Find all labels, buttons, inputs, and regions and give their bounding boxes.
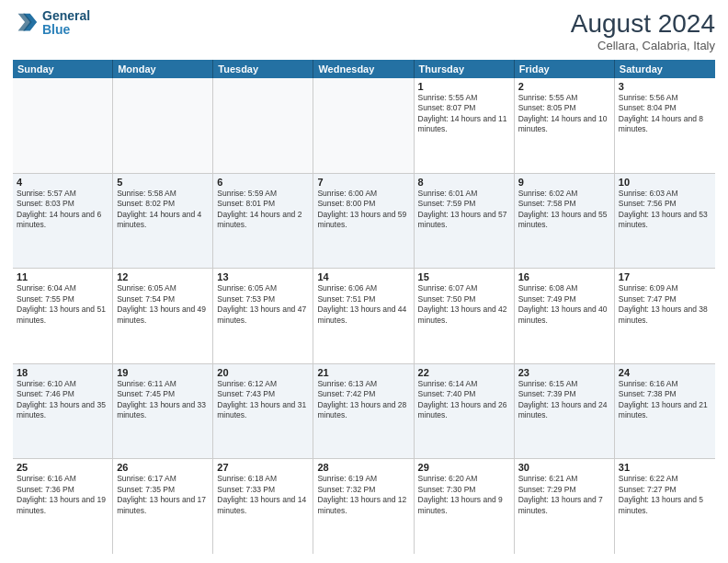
calendar-cell: 13Sunrise: 6:05 AM Sunset: 7:53 PM Dayli… <box>213 269 313 363</box>
calendar-cell: 29Sunrise: 6:20 AM Sunset: 7:30 PM Dayli… <box>415 459 515 554</box>
calendar-cell: 14Sunrise: 6:06 AM Sunset: 7:51 PM Dayli… <box>313 269 414 363</box>
calendar-cell: 17Sunrise: 6:09 AM Sunset: 7:47 PM Dayli… <box>615 269 715 363</box>
logo: General Blue <box>13 9 90 38</box>
logo-line1: General <box>42 9 90 23</box>
calendar-cell: 28Sunrise: 6:19 AM Sunset: 7:32 PM Dayli… <box>313 459 414 554</box>
calendar-week-4: 18Sunrise: 6:10 AM Sunset: 7:46 PM Dayli… <box>13 364 715 460</box>
calendar-cell: 4Sunrise: 5:57 AM Sunset: 8:03 PM Daylig… <box>13 174 113 269</box>
logo-icon <box>13 10 39 36</box>
day-number: 31 <box>619 462 711 473</box>
header-day-thursday: Thursday <box>415 60 515 78</box>
day-info: Sunrise: 6:20 AM Sunset: 7:30 PM Dayligh… <box>418 474 510 516</box>
day-info: Sunrise: 6:03 AM Sunset: 7:56 PM Dayligh… <box>619 189 711 231</box>
day-number: 7 <box>317 177 409 188</box>
day-info: Sunrise: 6:01 AM Sunset: 7:59 PM Dayligh… <box>418 189 510 231</box>
header: General Blue August 2024 Cellara, Calabr… <box>13 9 715 52</box>
calendar-cell: 21Sunrise: 6:13 AM Sunset: 7:42 PM Dayli… <box>313 364 414 459</box>
day-number: 16 <box>518 271 610 282</box>
calendar-cell: 19Sunrise: 6:11 AM Sunset: 7:45 PM Dayli… <box>113 364 213 459</box>
day-number: 3 <box>619 81 711 92</box>
calendar-cell: 23Sunrise: 6:15 AM Sunset: 7:39 PM Dayli… <box>515 364 615 459</box>
calendar-cell: 8Sunrise: 6:01 AM Sunset: 7:59 PM Daylig… <box>415 174 515 269</box>
day-info: Sunrise: 6:05 AM Sunset: 7:54 PM Dayligh… <box>117 283 209 326</box>
day-info: Sunrise: 5:59 AM Sunset: 8:01 PM Dayligh… <box>217 189 309 231</box>
day-info: Sunrise: 6:10 AM Sunset: 7:46 PM Dayligh… <box>17 379 108 421</box>
day-info: Sunrise: 5:57 AM Sunset: 8:03 PM Dayligh… <box>17 189 108 231</box>
calendar-cell: 22Sunrise: 6:14 AM Sunset: 7:40 PM Dayli… <box>415 364 515 459</box>
day-info: Sunrise: 6:14 AM Sunset: 7:40 PM Dayligh… <box>418 379 510 421</box>
day-info: Sunrise: 6:07 AM Sunset: 7:50 PM Dayligh… <box>418 283 510 326</box>
day-info: Sunrise: 6:12 AM Sunset: 7:43 PM Dayligh… <box>217 379 309 421</box>
day-number: 22 <box>418 367 510 378</box>
day-info: Sunrise: 6:05 AM Sunset: 7:53 PM Dayligh… <box>217 283 309 326</box>
day-number: 1 <box>418 81 510 92</box>
calendar-cell: 20Sunrise: 6:12 AM Sunset: 7:43 PM Dayli… <box>213 364 313 459</box>
day-info: Sunrise: 6:02 AM Sunset: 7:58 PM Dayligh… <box>518 189 610 231</box>
day-info: Sunrise: 6:22 AM Sunset: 7:27 PM Dayligh… <box>619 474 711 516</box>
day-info: Sunrise: 6:06 AM Sunset: 7:51 PM Dayligh… <box>317 283 409 326</box>
day-info: Sunrise: 6:04 AM Sunset: 7:55 PM Dayligh… <box>17 283 108 326</box>
header-day-sunday: Sunday <box>13 60 113 78</box>
day-info: Sunrise: 6:11 AM Sunset: 7:45 PM Dayligh… <box>117 379 209 421</box>
day-number: 9 <box>518 177 610 188</box>
day-info: Sunrise: 6:17 AM Sunset: 7:35 PM Dayligh… <box>117 474 209 516</box>
day-info: Sunrise: 6:08 AM Sunset: 7:49 PM Dayligh… <box>518 283 610 326</box>
calendar-cell: 30Sunrise: 6:21 AM Sunset: 7:29 PM Dayli… <box>515 459 615 554</box>
calendar-cell: 24Sunrise: 6:16 AM Sunset: 7:38 PM Dayli… <box>615 364 715 459</box>
day-number: 24 <box>619 367 711 378</box>
day-number: 10 <box>619 177 711 188</box>
header-day-wednesday: Wednesday <box>313 60 414 78</box>
calendar-cell <box>313 78 414 173</box>
header-day-tuesday: Tuesday <box>213 60 313 78</box>
day-number: 13 <box>217 271 309 282</box>
day-number: 5 <box>117 177 209 188</box>
day-info: Sunrise: 5:55 AM Sunset: 8:05 PM Dayligh… <box>518 93 610 135</box>
day-info: Sunrise: 6:16 AM Sunset: 7:36 PM Dayligh… <box>17 474 108 516</box>
day-info: Sunrise: 6:18 AM Sunset: 7:33 PM Dayligh… <box>217 474 309 516</box>
day-number: 30 <box>518 462 610 473</box>
calendar-cell: 6Sunrise: 5:59 AM Sunset: 8:01 PM Daylig… <box>213 174 313 269</box>
calendar-cell: 26Sunrise: 6:17 AM Sunset: 7:35 PM Dayli… <box>113 459 213 554</box>
calendar-cell: 9Sunrise: 6:02 AM Sunset: 7:58 PM Daylig… <box>515 174 615 269</box>
calendar-cell: 10Sunrise: 6:03 AM Sunset: 7:56 PM Dayli… <box>615 174 715 269</box>
month-title: August 2024 <box>571 9 715 39</box>
calendar-cell <box>13 78 113 173</box>
day-info: Sunrise: 6:16 AM Sunset: 7:38 PM Dayligh… <box>619 379 711 421</box>
day-number: 2 <box>518 81 610 92</box>
day-info: Sunrise: 6:21 AM Sunset: 7:29 PM Dayligh… <box>518 474 610 516</box>
day-info: Sunrise: 5:55 AM Sunset: 8:07 PM Dayligh… <box>418 93 510 135</box>
header-day-saturday: Saturday <box>615 60 715 78</box>
day-number: 28 <box>317 462 409 473</box>
logo-line2: Blue <box>42 23 90 37</box>
day-number: 14 <box>317 271 409 282</box>
calendar-week-5: 25Sunrise: 6:16 AM Sunset: 7:36 PM Dayli… <box>13 459 715 554</box>
calendar-cell: 15Sunrise: 6:07 AM Sunset: 7:50 PM Dayli… <box>415 269 515 363</box>
day-info: Sunrise: 6:00 AM Sunset: 8:00 PM Dayligh… <box>317 189 409 231</box>
calendar-cell: 31Sunrise: 6:22 AM Sunset: 7:27 PM Dayli… <box>615 459 715 554</box>
day-number: 19 <box>117 367 209 378</box>
day-info: Sunrise: 6:13 AM Sunset: 7:42 PM Dayligh… <box>317 379 409 421</box>
calendar-cell: 18Sunrise: 6:10 AM Sunset: 7:46 PM Dayli… <box>13 364 113 459</box>
day-number: 20 <box>217 367 309 378</box>
calendar-cell: 5Sunrise: 5:58 AM Sunset: 8:02 PM Daylig… <box>113 174 213 269</box>
day-number: 6 <box>217 177 309 188</box>
header-day-monday: Monday <box>113 60 213 78</box>
calendar-cell: 25Sunrise: 6:16 AM Sunset: 7:36 PM Dayli… <box>13 459 113 554</box>
day-info: Sunrise: 6:09 AM Sunset: 7:47 PM Dayligh… <box>619 283 711 326</box>
calendar-cell: 3Sunrise: 5:56 AM Sunset: 8:04 PM Daylig… <box>615 78 715 173</box>
day-info: Sunrise: 6:19 AM Sunset: 7:32 PM Dayligh… <box>317 474 409 516</box>
day-number: 15 <box>418 271 510 282</box>
calendar-cell: 7Sunrise: 6:00 AM Sunset: 8:00 PM Daylig… <box>313 174 414 269</box>
calendar-header: SundayMondayTuesdayWednesdayThursdayFrid… <box>13 60 715 78</box>
calendar-week-1: 1Sunrise: 5:55 AM Sunset: 8:07 PM Daylig… <box>13 78 715 174</box>
day-number: 4 <box>17 177 108 188</box>
day-info: Sunrise: 6:15 AM Sunset: 7:39 PM Dayligh… <box>518 379 610 421</box>
calendar-cell: 27Sunrise: 6:18 AM Sunset: 7:33 PM Dayli… <box>213 459 313 554</box>
day-number: 12 <box>117 271 209 282</box>
day-number: 26 <box>117 462 209 473</box>
day-number: 25 <box>17 462 108 473</box>
calendar-container: General Blue August 2024 Cellara, Calabr… <box>0 0 728 563</box>
day-info: Sunrise: 5:58 AM Sunset: 8:02 PM Dayligh… <box>117 189 209 231</box>
day-info: Sunrise: 5:56 AM Sunset: 8:04 PM Dayligh… <box>619 93 711 135</box>
day-number: 11 <box>17 271 108 282</box>
